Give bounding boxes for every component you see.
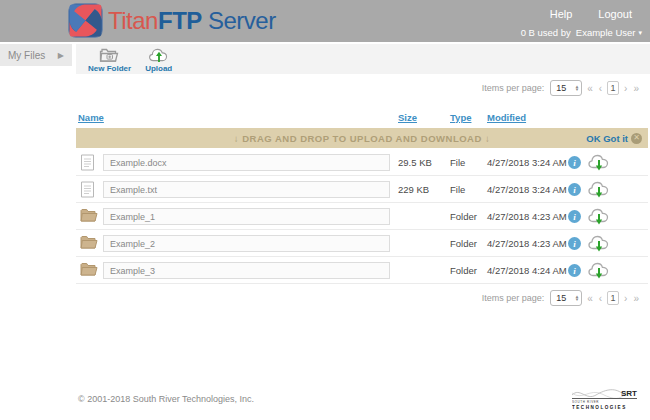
new-folder-icon bbox=[99, 47, 120, 63]
table-row: 229 KB File 4/27/2018 3:24 AM i bbox=[76, 176, 648, 203]
prev-page-button[interactable]: ‹ bbox=[598, 83, 603, 94]
download-cloud-icon[interactable] bbox=[588, 261, 611, 280]
drag-drop-banner: ↓ DRAG AND DROP TO UPLOAD AND DOWNLOAD ↓… bbox=[76, 128, 648, 148]
page-number[interactable]: 1 bbox=[607, 81, 619, 95]
toolbar: New Folder Upload bbox=[76, 44, 650, 74]
file-modified: 4/27/2018 3:24 AM bbox=[487, 157, 567, 168]
page-number[interactable]: 1 bbox=[607, 291, 619, 305]
upload-button[interactable]: Upload bbox=[145, 44, 172, 73]
sidebar-item-my-files[interactable]: My Files ▶ bbox=[0, 44, 72, 66]
file-list: 29.5 KB File 4/27/2018 3:24 AM i 229 KB … bbox=[76, 149, 648, 284]
items-per-page-select[interactable]: 15 ▲▼ bbox=[550, 290, 582, 306]
file-type: File bbox=[450, 157, 465, 168]
help-link[interactable]: Help bbox=[550, 8, 573, 20]
svg-text:SRT: SRT bbox=[621, 389, 637, 398]
info-icon[interactable]: i bbox=[568, 264, 581, 277]
chevron-right-icon: ▶ bbox=[58, 51, 64, 60]
download-cloud-icon[interactable] bbox=[588, 207, 611, 226]
new-folder-label: New Folder bbox=[88, 64, 131, 73]
folder-icon bbox=[80, 208, 98, 222]
items-per-page-label: Items per page: bbox=[482, 83, 545, 93]
app-header: TitanFTP Server Help Logout 0 B used by … bbox=[0, 0, 650, 42]
app-title: TitanFTP Server bbox=[108, 7, 276, 35]
srt-technologies-logo: SRT SOUTH RIVER TECHNOLOGIES bbox=[572, 384, 638, 414]
table-row: Folder 4/27/2018 4:24 AM i bbox=[76, 257, 648, 284]
download-cloud-icon[interactable] bbox=[588, 153, 611, 172]
file-type: File bbox=[450, 184, 465, 195]
folder-icon bbox=[80, 235, 98, 249]
pagination-bottom: Items per page: 15 ▲▼ « ‹ 1 › » bbox=[482, 290, 640, 306]
dismiss-banner-button[interactable]: OK Got it ✕ bbox=[586, 133, 642, 144]
svg-text:SOUTH RIVER: SOUTH RIVER bbox=[572, 400, 599, 404]
info-icon[interactable]: i bbox=[568, 210, 581, 223]
next-page-button[interactable]: › bbox=[623, 83, 628, 94]
first-page-button[interactable]: « bbox=[586, 293, 594, 304]
file-modified: 4/27/2018 4:24 AM bbox=[487, 265, 567, 276]
file-modified: 4/27/2018 4:23 AM bbox=[487, 211, 567, 222]
table-row: 29.5 KB File 4/27/2018 3:24 AM i bbox=[76, 149, 648, 176]
copyright-text: © 2001-2018 South River Technologies, In… bbox=[78, 394, 254, 404]
next-page-button[interactable]: › bbox=[623, 293, 628, 304]
stepper-icon: ▲▼ bbox=[575, 85, 579, 92]
close-icon: ✕ bbox=[631, 133, 642, 144]
folder-name-input[interactable] bbox=[103, 262, 390, 279]
app-logo: TitanFTP Server bbox=[68, 3, 276, 38]
file-name-input[interactable] bbox=[103, 154, 390, 171]
pagination-top: Items per page: 15 ▲▼ « ‹ 1 › » bbox=[482, 80, 640, 96]
logout-link[interactable]: Logout bbox=[598, 8, 632, 20]
info-icon[interactable]: i bbox=[568, 237, 581, 250]
storage-usage-text: 0 B used by bbox=[521, 27, 571, 38]
chevron-down-icon: ▾ bbox=[638, 29, 642, 37]
sort-by-name[interactable]: Name bbox=[78, 112, 104, 123]
items-per-page-label: Items per page: bbox=[482, 293, 545, 303]
file-modified: 4/27/2018 4:23 AM bbox=[487, 238, 567, 249]
svg-text:TECHNOLOGIES: TECHNOLOGIES bbox=[572, 405, 627, 410]
file-icon bbox=[80, 154, 95, 171]
stepper-icon: ▲▼ bbox=[575, 295, 579, 302]
first-page-button[interactable]: « bbox=[586, 83, 594, 94]
info-icon[interactable]: i bbox=[568, 156, 581, 169]
folder-icon bbox=[80, 262, 98, 276]
sort-by-type[interactable]: Type bbox=[450, 112, 471, 123]
drag-drop-text: ↓ DRAG AND DROP TO UPLOAD AND DOWNLOAD ↓ bbox=[76, 133, 648, 144]
folder-name-input[interactable] bbox=[103, 235, 390, 252]
file-name-input[interactable] bbox=[103, 181, 390, 198]
last-page-button[interactable]: » bbox=[632, 83, 640, 94]
folder-name-input[interactable] bbox=[103, 208, 390, 225]
last-page-button[interactable]: » bbox=[632, 293, 640, 304]
file-icon bbox=[80, 181, 95, 198]
titan-logo-icon bbox=[68, 3, 103, 38]
my-files-label: My Files bbox=[8, 50, 45, 61]
download-cloud-icon[interactable] bbox=[588, 234, 611, 253]
file-modified: 4/27/2018 3:24 AM bbox=[487, 184, 567, 195]
table-row: Folder 4/27/2018 4:23 AM i bbox=[76, 230, 648, 257]
file-type: Folder bbox=[450, 238, 477, 249]
prev-page-button[interactable]: ‹ bbox=[598, 293, 603, 304]
new-folder-button[interactable]: New Folder bbox=[88, 44, 131, 73]
user-name: Example User bbox=[576, 27, 636, 38]
items-per-page-select[interactable]: 15 ▲▼ bbox=[550, 80, 582, 96]
sort-by-size[interactable]: Size bbox=[398, 112, 417, 123]
titan-ftp-window: TitanFTP Server Help Logout 0 B used by … bbox=[0, 0, 650, 420]
table-row: Folder 4/27/2018 4:23 AM i bbox=[76, 203, 648, 230]
download-cloud-icon[interactable] bbox=[588, 180, 611, 199]
upload-cloud-icon bbox=[148, 47, 170, 63]
file-size: 29.5 KB bbox=[398, 157, 432, 168]
sort-by-modified[interactable]: Modified bbox=[487, 112, 526, 123]
file-type: Folder bbox=[450, 211, 477, 222]
user-menu-dropdown[interactable]: Example User ▾ bbox=[576, 27, 642, 38]
file-size: 229 KB bbox=[398, 184, 429, 195]
table-header-row: Name Size Type Modified bbox=[76, 112, 648, 128]
info-icon[interactable]: i bbox=[568, 183, 581, 196]
file-type: Folder bbox=[450, 265, 477, 276]
upload-label: Upload bbox=[145, 64, 172, 73]
